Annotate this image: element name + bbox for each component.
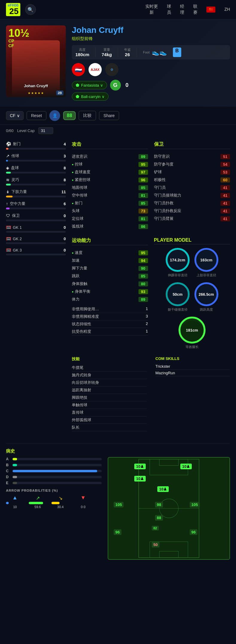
- field-pos-3: 10♟: [134, 476, 146, 482]
- attack-col: 攻击 进攻意识 89 控球 95 盘球速度 97 紧密控球 96: [72, 141, 148, 230]
- player-header: 10½ CP CF Johan Cruyff ★★★★★ 2B Johan Cr…: [0, 19, 236, 107]
- player-style-row: ⬟ Fantasista ∨ G 0: [72, 80, 230, 91]
- main-content: ⚽ 射门 4 ↗ 传球 3 ◈ 盘球 8 ≋ 灵巧: [0, 137, 236, 443]
- b-badge: B: [173, 47, 181, 57]
- emblem-ea: ⚙: [105, 63, 118, 76]
- stat-def-4: 积极性 60: [154, 176, 230, 184]
- stat-attack-5: 地面传球 85: [72, 184, 148, 191]
- card-rating: 10½: [8, 28, 63, 39]
- stat-age: 年鉴 26: [124, 47, 131, 57]
- nav-links: 实时更新 球员 经理 联赛 🇨🇳 ZH: [145, 4, 230, 15]
- share-button[interactable]: Share: [99, 111, 119, 120]
- nav-lang[interactable]: ZH: [224, 7, 230, 13]
- stat-attack-1: 进攻意识 89: [72, 153, 148, 160]
- arrow-diag-up-icon: ↗: [36, 495, 40, 501]
- stat-height: 高度 180cm: [75, 47, 89, 57]
- com-item-1: Trickster: [156, 363, 230, 370]
- stat-def-6: 守门员接球能力 41: [154, 191, 230, 199]
- circle-1: 174.2cm 伸踝菲菲直径: [166, 248, 190, 277]
- skill-defense: 🛡 保卫 0: [6, 213, 66, 221]
- field-pos-9: 82: [152, 526, 159, 530]
- player-model-col: PLAYER MODEL 174.2cm 伸踝菲菲直径 163cm 上肢菲菲直径: [154, 237, 230, 349]
- card-name: Johan Cruyff: [6, 84, 66, 88]
- level-progress: 0/60: [6, 128, 13, 133]
- motion-extra-1: 非惯用脚使用… 1: [72, 306, 148, 313]
- card-position: CP: [8, 39, 63, 43]
- skill-item-3: 向后切球并转身: [72, 379, 147, 387]
- defense-header: 保卫: [154, 141, 230, 149]
- tech-section: 技能 牛摆尾 施丹式转身 向后切球并转身 远距离抽射 脚跟绝技 单触传球 直传球…: [72, 356, 230, 431]
- motion-col: 运动能力 速度 95 加速 94 脚下力量 90 跳跃 85: [72, 237, 148, 349]
- search-button[interactable]: 🔍: [25, 4, 36, 15]
- skill-agility: ≋ 灵巧 8: [6, 177, 66, 185]
- history-title: 病史: [6, 448, 230, 454]
- nav-realtime[interactable]: 实时更新: [145, 4, 158, 15]
- player-style-row-2: ⬟ Ball-carryin ∨: [72, 92, 230, 101]
- stat-attack-3: 盘球速度 97: [72, 168, 148, 176]
- gk3-icon: 🥅: [6, 248, 11, 252]
- stat-def-5: 守门员 41: [154, 184, 230, 191]
- left-sidebar: ⚽ 射门 4 ↗ 传球 3 ◈ 盘球 8 ≋ 灵巧: [6, 141, 66, 438]
- nav-flag[interactable]: 🇨🇳: [206, 7, 215, 13]
- style-badge-1[interactable]: ⬟ Fantasista ∨: [72, 81, 107, 89]
- field-pos-11: 96: [190, 529, 197, 535]
- nav-bar: eFH06 25 🔍 实时更新 球员 经理 联赛 🇨🇳 ZH: [0, 0, 236, 19]
- card-overlay: 10½ CP CF: [6, 25, 66, 50]
- position-select[interactable]: CF ∨: [6, 111, 24, 120]
- avatar-button[interactable]: 👤: [49, 110, 60, 121]
- level-bar: 0/60 Level Cap: [0, 125, 236, 137]
- motion-extra-4: 抗受伤程度 1: [72, 328, 148, 335]
- history-section: 病史 A B C D: [0, 444, 236, 565]
- circle-3: 50cm 躯干碰撞直径: [166, 282, 190, 312]
- stat-attack-9: 定位球 81: [72, 215, 148, 223]
- player-name: Johan Cruyff: [72, 25, 230, 35]
- field-pos-4: 10♟: [157, 486, 169, 492]
- arrow-down-icon: ▼: [80, 495, 86, 501]
- nav-players[interactable]: 球员: [167, 4, 171, 15]
- skill-item-4: 远距离抽射: [72, 387, 147, 394]
- arrow-down-item: ▼ 0 0: [74, 495, 92, 509]
- nav-manager[interactable]: 经理: [180, 4, 184, 15]
- history-rows: A B C D E: [6, 457, 102, 485]
- stat-def-9: 守门员臂展 41: [154, 215, 230, 223]
- field-pos-1: 10♟: [134, 464, 146, 469]
- motion-2: 加速 94: [72, 257, 148, 264]
- arrow-diag-up-item: ↗ 59.6: [29, 495, 47, 509]
- field-diagram: 10♟ 10♟ 10♟ 10♟ 98 105 105 88 82 96 96 5…: [108, 457, 230, 560]
- skill-item-8: 外部弧线球: [72, 416, 147, 424]
- controls-bar: CF ∨ Reset 👤 88 比较 Share: [0, 107, 236, 125]
- stat-attack-6: 空中传球 81: [72, 191, 148, 199]
- reset-button[interactable]: Reset: [27, 111, 47, 120]
- nav-league[interactable]: 联赛: [193, 4, 197, 15]
- player-model-header: PLAYER MODEL: [154, 237, 230, 244]
- style-icon-1: ⬟: [76, 83, 79, 88]
- com-item-2: MazingRun: [156, 370, 230, 376]
- skill-item-7: 直传球: [72, 409, 147, 416]
- history-chart: A B C D E: [6, 457, 102, 560]
- nav-logo-num: 25: [8, 7, 19, 16]
- stat-def-3: 铲球 53: [154, 168, 230, 176]
- skill-gk3: 🥅 GK 3 0: [6, 248, 66, 255]
- arrow-probs: ARROW PROBABILITIES (%) ▲ 10 ↗ 59.6 ↘: [6, 489, 102, 509]
- nav-logo[interactable]: eFH06 25: [6, 3, 20, 16]
- stat-weight: 置量 74kg: [102, 47, 112, 57]
- motion-extras: 非惯用脚使用… 1 非惯用脚精准度 3 状态持续性 2 抗受伤程度 1: [72, 306, 148, 335]
- stat-def-2: 防守参与度 54: [154, 160, 230, 168]
- field-pos-2: 10♟: [180, 464, 192, 469]
- skill-jump: ↑ 空中力量 6: [6, 201, 66, 209]
- skills-header: 技能: [72, 356, 147, 362]
- skill-shoot: ⚽ 射门 4: [6, 141, 66, 150]
- gk1-icon: 🥅: [6, 225, 11, 230]
- level-cap-label: Level Cap: [17, 128, 35, 133]
- skill-gk2: 🥅 GK 2 0: [6, 236, 66, 244]
- style-badge-2[interactable]: ⬟ Ball-carryin ∨: [72, 92, 109, 101]
- skill-gk1: 🥅 GK 1 0: [6, 225, 66, 233]
- foot-section: Foot 👟👟: [143, 47, 167, 57]
- arrow-diag-down-icon: ↘: [59, 495, 63, 501]
- grade-b: B: [6, 463, 102, 467]
- shoot-icon: ⚽: [6, 142, 11, 146]
- skills-col: 技能 牛摆尾 施丹式转身 向后切球并转身 远距离抽射 脚跟绝技 单触传球 直传球…: [72, 356, 147, 431]
- card-badge: 2B: [56, 91, 63, 95]
- level-cap-input[interactable]: [38, 127, 53, 134]
- compare-button[interactable]: 比较: [79, 111, 96, 120]
